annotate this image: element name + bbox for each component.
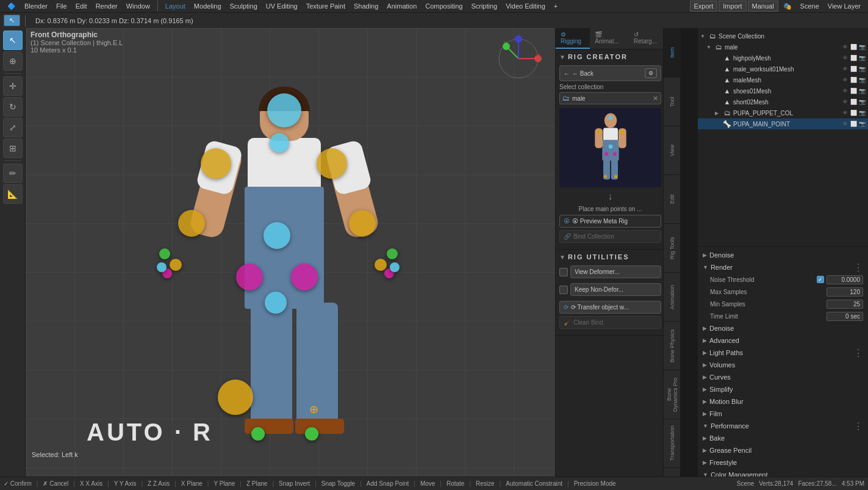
film-section[interactable]: ▶ Film xyxy=(698,408,868,420)
export-btn[interactable]: Export xyxy=(690,1,718,12)
performance-section[interactable]: ▼ Performance ⋮ xyxy=(698,420,868,432)
vtab-bone-dynamics[interactable]: Bone Dynamics Pro xyxy=(664,370,681,419)
vtab-rig-tools[interactable]: Rig Tools xyxy=(664,223,681,272)
add-snap-item[interactable]: Add Snap Point xyxy=(367,480,409,487)
vtab-view[interactable]: View xyxy=(664,126,681,175)
vis-lock-3[interactable]: ⬜ xyxy=(850,77,857,83)
vis-cam-1[interactable]: 📷 xyxy=(858,55,866,61)
view-deformer-btn[interactable]: View Deformer... xyxy=(570,265,661,278)
simplify-section[interactable]: ▶ Simplify xyxy=(698,383,868,395)
vis-eye-main[interactable]: 👁 xyxy=(841,121,848,127)
select-mode-btn[interactable]: ↖ xyxy=(4,15,20,26)
vis-lock-5[interactable]: ⬜ xyxy=(850,99,857,105)
render-dots[interactable]: ⋮ xyxy=(853,262,863,273)
clean-bind-btn[interactable]: 🧹 Clean Bind xyxy=(559,316,661,329)
annotate-tool[interactable]: ✏ xyxy=(3,164,23,183)
vis-lock-4[interactable]: ⬜ xyxy=(850,88,857,94)
vis-eye-5[interactable]: 👁 xyxy=(841,99,848,105)
vtab-edit[interactable]: Edit xyxy=(664,175,681,223)
vis-cam-main[interactable]: 📷 xyxy=(858,121,866,127)
vis-eye-4[interactable]: 👁 xyxy=(841,88,848,94)
y-axis-item[interactable]: Y Y Axis xyxy=(114,480,137,487)
performance-dots[interactable]: ⋮ xyxy=(853,420,863,432)
tab-video-editing[interactable]: Video Editing xyxy=(502,1,549,11)
scene-item-short02[interactable]: ▲ short02Mesh 👁 ⬜ 📷 xyxy=(698,96,868,107)
keep-non-deformer-btn[interactable]: Keep Non-Defor... xyxy=(570,283,661,296)
scene-item-male-mesh[interactable]: ▲ maleMesh 👁 ⬜ 📷 xyxy=(698,74,868,85)
tab-uv[interactable]: UV Editing xyxy=(262,1,301,11)
scene-collection-root[interactable]: ▼ 🗂 Scene Collection xyxy=(698,31,868,41)
x-plane-item[interactable]: X Plane xyxy=(181,480,203,487)
back-button[interactable]: ← ← Back ⚙ xyxy=(559,65,661,81)
menu-render[interactable]: Edit xyxy=(72,1,91,11)
snap-invert-item[interactable]: Snap Invert xyxy=(279,480,310,487)
menu-file[interactable]: Blender xyxy=(21,1,51,11)
noise-threshold-checkbox[interactable]: ✓ xyxy=(817,276,824,283)
x-axis-item[interactable]: X X Axis xyxy=(80,480,102,487)
select-tool[interactable]: ↖ xyxy=(3,31,23,50)
import-btn[interactable]: Import xyxy=(719,1,746,12)
3d-viewport[interactable]: Front Orthographic (1) Scene Collection … xyxy=(26,28,555,477)
rotate-item[interactable]: Rotate xyxy=(447,480,464,487)
vis-lock-pupa[interactable]: ⬜ xyxy=(850,110,857,116)
advanced-section[interactable]: ▶ Advanced xyxy=(698,334,868,347)
max-samples-value[interactable]: 120 xyxy=(827,287,863,297)
time-limit-value[interactable]: 0 sec xyxy=(827,312,863,321)
menu-window[interactable]: Render xyxy=(92,1,121,11)
tab-shading[interactable]: Shading xyxy=(350,1,382,11)
render-section[interactable]: ▼ Render ⋮ xyxy=(698,261,868,273)
vis-cam-5[interactable]: 📷 xyxy=(858,99,866,105)
grease-pencil-section[interactable]: ▶ Grease Pencil xyxy=(698,444,868,456)
tab-scripting[interactable]: Scripting xyxy=(467,1,501,11)
preview-meta-rig-btn[interactable]: ⦿ ⦿ Preview Meta Rig xyxy=(559,215,661,228)
vis-eye-2[interactable]: 👁 xyxy=(841,66,848,72)
tab-animation[interactable]: Animation xyxy=(383,1,420,11)
menu-edit[interactable]: File xyxy=(52,1,71,11)
freestyle-section[interactable]: ▶ Freestyle xyxy=(698,456,868,469)
measure-tool[interactable]: 📐 xyxy=(3,184,23,204)
z-plane-item[interactable]: Z Plane xyxy=(246,480,267,487)
3d-nav-gizmo[interactable]: X Y Z xyxy=(494,34,543,84)
tab-texture[interactable]: Texture Paint xyxy=(303,1,349,11)
vis-render[interactable]: 📷 xyxy=(858,44,866,50)
keep-non-deformer-checkbox[interactable] xyxy=(559,286,568,294)
manual-btn[interactable]: Manual xyxy=(748,1,778,12)
scene-item-male[interactable]: ▼ 🗂 male 👁 ⬜ 📷 xyxy=(698,41,868,52)
y-plane-item[interactable]: Y Plane xyxy=(213,480,235,487)
view-deformer-checkbox[interactable] xyxy=(559,268,568,276)
curves-section[interactable]: ▶ Curves xyxy=(698,371,868,383)
transfer-object-btn[interactable]: ⟳ ⟳ Transfer object w... xyxy=(559,301,661,314)
vis-lock-main[interactable]: ⬜ xyxy=(850,121,857,127)
vis-cam-2[interactable]: 📷 xyxy=(858,66,866,72)
volumes-section[interactable]: ▶ Volumes xyxy=(698,359,868,371)
snap-toggle-item[interactable]: Snap Toggle xyxy=(321,480,355,487)
bind-collection-btn[interactable]: 🔗 Bind Collection xyxy=(559,230,661,243)
denoise-section-2[interactable]: ▶ Denoise xyxy=(698,322,868,334)
vis-eye-pupa[interactable]: 👁 xyxy=(841,110,848,116)
tab-animat[interactable]: 🎬 Animat... xyxy=(590,28,628,49)
lightpaths-dots[interactable]: ⋮ xyxy=(853,347,863,359)
vis-lock-1[interactable]: ⬜ xyxy=(850,55,857,61)
vis-eye-1[interactable]: 👁 xyxy=(841,55,848,61)
scene-item-worksuit[interactable]: ▲ male_worksuit01Mesh 👁 ⬜ 📷 xyxy=(698,63,868,74)
noise-threshold-value[interactable]: 0.0000 xyxy=(827,275,863,284)
auto-constraint-item[interactable]: Automatic Constraint xyxy=(506,480,562,487)
rotate-tool[interactable]: ↻ xyxy=(3,97,23,117)
motion-blur-section[interactable]: ▶ Motion Blur xyxy=(698,395,868,408)
scale-tool[interactable]: ⤢ xyxy=(3,118,23,137)
vtab-item[interactable]: Item xyxy=(664,28,681,77)
vis-restrict[interactable]: ⬜ xyxy=(850,44,857,50)
transform-tool[interactable]: ⊞ xyxy=(3,139,23,158)
vtab-transportation[interactable]: Transportation xyxy=(664,419,681,467)
move-tool[interactable]: ✛ xyxy=(3,76,23,96)
denoise-section-1[interactable]: ▶ Denoise xyxy=(698,249,868,261)
tab-layout[interactable]: Layout xyxy=(162,1,189,11)
move-item[interactable]: Move xyxy=(420,480,435,487)
scene-item-shoes[interactable]: ▲ shoes01Mesh 👁 ⬜ 📷 xyxy=(698,85,868,96)
min-samples-value[interactable]: 25 xyxy=(827,300,863,309)
tab-sculpting[interactable]: Sculpting xyxy=(226,1,261,11)
tab-modeling[interactable]: Modeling xyxy=(190,1,225,11)
resize-item[interactable]: Resize xyxy=(476,480,495,487)
tab-rigging[interactable]: ⚙ Rigging xyxy=(556,28,590,49)
precision-mode-item[interactable]: Precision Mode xyxy=(574,480,616,487)
